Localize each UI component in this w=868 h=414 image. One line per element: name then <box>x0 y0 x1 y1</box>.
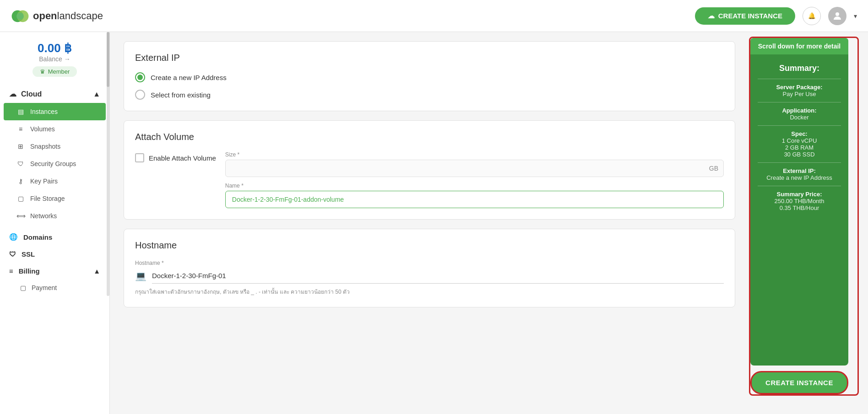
scroll-down-indicator[interactable]: Scroll down for more detail <box>750 38 848 54</box>
hostname-row: 💻 <box>135 268 724 284</box>
header: openlandscape ☁ CREATE INSTANCE 🔔 ▾ <box>0 0 868 32</box>
balance-label[interactable]: Balance → <box>9 55 100 63</box>
checkbox-box <box>135 153 144 162</box>
sidebar-item-key-pairs[interactable]: ⚷ Key Pairs <box>0 172 109 190</box>
sidebar-item-networks[interactable]: ⟺ Networks <box>0 207 109 225</box>
cloud-icon: ☁ <box>708 12 715 20</box>
ip-radio-group: Create a new IP Address Select from exis… <box>135 72 724 100</box>
create-instance-header-button[interactable]: ☁ CREATE INSTANCE <box>695 7 795 25</box>
content-area: External IP Create a new IP Address Sele… <box>110 32 868 414</box>
attach-volume-title: Attach Volume <box>135 132 724 142</box>
hostname-hint: กรุณาใส่เฉพาะตัวอักษรภาษาอังกฤษ, ตัวเลข … <box>135 287 724 296</box>
logo: openlandscape <box>11 10 103 22</box>
cloud-section: ☁ Cloud ▲ ▤ Instances ≡ Volumes ⊞ Snapsh… <box>0 81 109 228</box>
bell-icon: 🔔 <box>808 12 816 19</box>
attach-volume-row: Enable Attach Volume Size * GB Name * <box>135 151 724 208</box>
cloud-nav-icon: ☁ <box>9 90 16 98</box>
sidebar-item-payment[interactable]: ▢ Payment <box>0 280 109 296</box>
user-icon <box>832 11 843 22</box>
summary-panel-wrapper: Scroll down for more detail Summary: Ser… <box>749 37 859 396</box>
attach-volume-section: Attach Volume Enable Attach Volume Size … <box>124 120 735 220</box>
hostname-section: Hostname Hostname * 💻 กรุณาใส่เฉพาะตัวอั… <box>124 229 735 307</box>
name-field: Name * <box>225 183 724 208</box>
sidebar-item-volumes[interactable]: ≡ Volumes <box>0 120 109 138</box>
size-input[interactable] <box>225 160 724 177</box>
member-badge: ♛ Member <box>33 66 77 77</box>
radio-circle-selected <box>135 72 145 82</box>
notification-bell-button[interactable]: 🔔 <box>803 7 821 25</box>
sidebar-item-security-groups[interactable]: 🛡 Security Groups <box>0 155 109 172</box>
hostname-title: Hostname <box>135 240 724 251</box>
sidebar-item-snapshots[interactable]: ⊞ Snapshots <box>0 138 109 155</box>
main-layout: 0.00 ฿ Balance → ♛ Member ☁ Cloud ▲ ▤ <box>0 32 868 414</box>
dropdown-arrow-icon[interactable]: ▾ <box>854 12 857 20</box>
sidebar-item-billing[interactable]: ≡ Billing ▲ <box>0 263 109 280</box>
balance-amount: 0.00 ฿ <box>9 41 100 55</box>
svg-point-3 <box>835 12 839 16</box>
summary-price: Summary Price: 250.00 THB/Month 0.35 THB… <box>758 186 841 216</box>
crown-icon: ♛ <box>40 68 45 75</box>
summary-application: Application: Docker <box>758 102 841 125</box>
svg-point-2 <box>16 12 24 20</box>
create-instance-bottom-button[interactable]: CREATE INSTANCE <box>750 371 848 394</box>
radio-circle-empty <box>135 90 145 100</box>
payment-icon: ▢ <box>20 284 26 291</box>
file-storage-icon: ▢ <box>16 195 25 202</box>
ssl-icon: 🛡 <box>9 250 16 258</box>
sidebar: 0.00 ฿ Balance → ♛ Member ☁ Cloud ▲ ▤ <box>0 32 110 414</box>
sidebar-item-file-storage[interactable]: ▢ File Storage <box>0 190 109 207</box>
security-icon: 🛡 <box>16 160 25 167</box>
billing-chevron-icon: ▲ <box>93 267 100 275</box>
snapshots-icon: ⊞ <box>16 143 25 150</box>
volume-name-input[interactable] <box>225 191 724 208</box>
summary-server-package: Server Package: Pay Per Use <box>758 79 841 102</box>
size-input-wrapper: GB <box>225 160 724 177</box>
sidebar-balance-section: 0.00 ฿ Balance → ♛ Member <box>0 32 109 81</box>
hostname-input[interactable] <box>152 268 724 284</box>
volume-fields: Size * GB Name * <box>225 151 724 208</box>
summary-title: Summary: <box>758 64 841 73</box>
cloud-section-header[interactable]: ☁ Cloud ▲ <box>0 85 109 103</box>
instances-icon: ▤ <box>16 108 25 115</box>
external-ip-section: External IP Create a new IP Address Sele… <box>124 41 735 111</box>
laptop-icon: 💻 <box>135 270 146 281</box>
logo-text: openlandscape <box>33 10 103 22</box>
external-ip-title: External IP <box>135 53 724 63</box>
enable-attach-volume-checkbox[interactable]: Enable Attach Volume <box>135 153 216 162</box>
form-area: External IP Create a new IP Address Sele… <box>110 32 749 400</box>
summary-spec: Spec: 1 Core vCPU 2 GB RAM 30 GB SSD <box>758 125 841 162</box>
header-right: ☁ CREATE INSTANCE 🔔 ▾ <box>695 7 857 25</box>
logo-icon <box>11 10 29 22</box>
key-icon: ⚷ <box>16 177 25 185</box>
sidebar-item-instances[interactable]: ▤ Instances <box>4 103 106 120</box>
radio-create-new-ip[interactable]: Create a new IP Address <box>135 72 724 82</box>
domains-icon: 🌐 <box>9 233 18 241</box>
summary-box: Summary: Server Package: Pay Per Use App… <box>750 54 848 366</box>
radio-select-existing-ip[interactable]: Select from existing <box>135 90 724 100</box>
networks-icon: ⟺ <box>16 212 25 220</box>
size-field: Size * GB <box>225 151 724 177</box>
size-unit: GB <box>709 165 718 172</box>
billing-icon: ≡ <box>9 267 13 275</box>
summary-external-ip: External IP: Create a new IP Address <box>758 162 841 186</box>
sidebar-item-ssl[interactable]: 🛡 SSL <box>0 246 109 263</box>
chevron-up-icon: ▲ <box>93 90 100 98</box>
volumes-icon: ≡ <box>16 125 25 133</box>
user-avatar-button[interactable] <box>828 7 846 25</box>
sidebar-item-domains[interactable]: 🌐 Domains <box>0 228 109 246</box>
